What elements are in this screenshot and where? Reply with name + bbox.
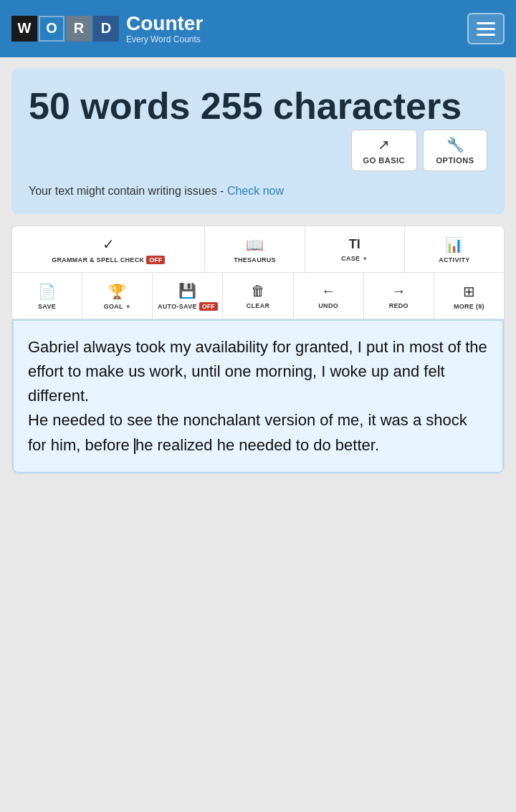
case-icon: TI	[349, 237, 360, 252]
activity-button[interactable]: 📊 ACTIVITY	[405, 226, 504, 272]
more-label: MORE (9)	[454, 303, 484, 311]
more-icon: ⊞	[463, 283, 475, 300]
autosave-icon: 💾	[178, 282, 196, 299]
logo-text: Counter Every Word Counts	[126, 13, 203, 44]
toolbar-row-1: ✓ GRAMMAR & SPELL CHECK OFF 📖 THESAURUS …	[12, 226, 504, 273]
hamburger-line-1	[477, 22, 495, 24]
goal-icon: 🏆	[108, 283, 126, 300]
hamburger-line-2	[477, 28, 495, 30]
app-tagline: Every Word Counts	[126, 35, 203, 44]
go-basic-label: GO BASIC	[363, 156, 405, 165]
activity-icon: 📊	[445, 236, 463, 253]
check-now-link[interactable]: Check now	[227, 185, 284, 197]
logo-tiles: W O R D	[11, 16, 119, 42]
save-icon: 📄	[38, 283, 56, 300]
goal-label: GOAL	[104, 303, 123, 311]
redo-label: REDO	[389, 302, 408, 310]
clear-icon: 🗑	[251, 283, 265, 299]
clear-label: CLEAR	[247, 302, 270, 310]
text-body[interactable]: Gabriel always took my availability for …	[28, 335, 488, 457]
case-label-row: CASE ▼	[341, 255, 368, 263]
text-cursor	[134, 438, 135, 454]
undo-label: UNDO	[318, 302, 338, 310]
stats-card: 50 words 255 characters ↗ GO BASIC 🔧 OPT…	[11, 69, 505, 214]
redo-button[interactable]: → REDO	[364, 273, 434, 319]
checkmark-icon: ✓	[102, 236, 115, 253]
options-icon: 🔧	[446, 136, 464, 153]
case-button[interactable]: TI CASE ▼	[305, 226, 405, 272]
writing-issues-text: Your text might contain writing issues -…	[29, 183, 487, 200]
options-button[interactable]: 🔧 OPTIONS	[423, 130, 487, 171]
app-header: W O R D Counter Every Word Counts	[0, 0, 516, 57]
more-button[interactable]: ⊞ MORE (9)	[434, 273, 504, 319]
autosave-button[interactable]: 💾 AUTO-SAVE OFF	[153, 273, 223, 319]
undo-button[interactable]: ← UNDO	[294, 273, 364, 319]
clear-button[interactable]: 🗑 CLEAR	[223, 273, 293, 319]
save-button[interactable]: 📄 SAVE	[12, 273, 82, 319]
logo: W O R D Counter Every Word Counts	[11, 13, 203, 44]
case-dropdown-arrow: ▼	[362, 256, 368, 262]
goal-dropdown-arrow: ▼	[125, 304, 131, 310]
go-basic-icon: ↗	[378, 136, 390, 153]
goal-label-row: GOAL ▼	[104, 303, 131, 311]
autosave-label: AUTO-SAVE	[158, 303, 197, 311]
hamburger-menu-button[interactable]	[467, 13, 505, 44]
goal-button[interactable]: 🏆 GOAL ▼	[82, 273, 153, 319]
logo-tile-o: O	[39, 16, 64, 42]
thesaurus-label: THESAURUS	[234, 256, 276, 264]
toolbar-row-2: 📄 SAVE 🏆 GOAL ▼ 💾 AUTO-SAVE OFF	[12, 273, 504, 319]
grammar-off-badge: OFF	[146, 256, 165, 264]
grammar-label-row: GRAMMAR & SPELL CHECK OFF	[52, 256, 165, 264]
case-label: CASE	[341, 255, 360, 263]
activity-label: ACTIVITY	[439, 256, 469, 264]
text-editor[interactable]: Gabriel always took my availability for …	[12, 319, 504, 473]
toolbar-card: ✓ GRAMMAR & SPELL CHECK OFF 📖 THESAURUS …	[11, 226, 505, 473]
grammar-label: GRAMMAR & SPELL CHECK	[52, 256, 144, 264]
logo-tile-r: R	[66, 16, 92, 42]
thesaurus-button[interactable]: 📖 THESAURUS	[205, 226, 305, 272]
undo-icon: ←	[321, 283, 335, 299]
main-content: 50 words 255 characters ↗ GO BASIC 🔧 OPT…	[0, 57, 516, 485]
options-label: OPTIONS	[436, 156, 474, 165]
hamburger-line-3	[477, 34, 495, 36]
go-basic-button[interactable]: ↗ GO BASIC	[351, 130, 417, 171]
redo-icon: →	[391, 283, 406, 299]
word-char-count: 50 words 255 characters	[29, 86, 487, 127]
logo-tile-d: D	[93, 16, 119, 42]
autosave-label-row: AUTO-SAVE OFF	[158, 302, 218, 311]
logo-tile-w: W	[11, 16, 37, 42]
app-name: Counter	[126, 13, 203, 35]
save-label: SAVE	[38, 303, 56, 311]
paragraph-1: Gabriel always took my availability for …	[28, 338, 487, 405]
autosave-off-badge: OFF	[199, 302, 218, 311]
grammar-spell-check-button[interactable]: ✓ GRAMMAR & SPELL CHECK OFF	[12, 226, 205, 272]
stats-actions: ↗ GO BASIC 🔧 OPTIONS	[29, 130, 487, 171]
thesaurus-icon: 📖	[246, 236, 264, 253]
